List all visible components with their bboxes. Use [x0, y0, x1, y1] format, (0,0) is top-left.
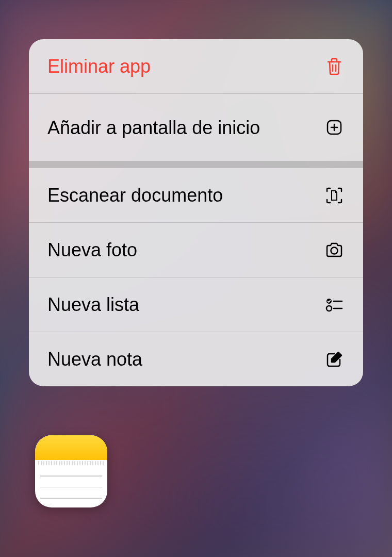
menu-item-label: Nueva lista — [47, 293, 324, 316]
checklist-icon — [324, 294, 345, 315]
plus-square-icon — [324, 117, 345, 138]
notes-icon-line — [40, 498, 102, 499]
menu-item-label: Añadir a pantalla de inicio — [47, 116, 324, 139]
trash-icon — [324, 56, 345, 77]
menu-item-label: Eliminar app — [47, 55, 324, 78]
compose-icon — [324, 349, 345, 370]
svg-point-3 — [326, 306, 332, 311]
context-menu: Eliminar app Añadir a pantalla de inicio… — [29, 39, 363, 386]
notes-icon-perforation — [38, 461, 104, 465]
menu-item-delete-app[interactable]: Eliminar app — [29, 39, 363, 93]
menu-section-divider — [29, 161, 363, 168]
menu-item-new-note[interactable]: Nueva nota — [29, 332, 363, 386]
scan-document-icon — [324, 185, 345, 206]
notes-icon-line — [40, 487, 102, 488]
menu-item-scan-document[interactable]: Escanear documento — [29, 168, 363, 222]
menu-item-label: Nueva foto — [47, 238, 324, 261]
menu-item-label: Nueva nota — [47, 348, 324, 371]
menu-item-new-list[interactable]: Nueva lista — [29, 277, 363, 332]
camera-icon — [324, 240, 345, 260]
menu-item-new-photo[interactable]: Nueva foto — [29, 223, 363, 277]
notes-icon-header — [35, 435, 107, 460]
menu-item-label: Escanear documento — [47, 184, 324, 207]
notes-app-icon[interactable] — [35, 435, 107, 507]
notes-icon-line — [40, 476, 102, 477]
menu-item-add-to-home[interactable]: Añadir a pantalla de inicio — [29, 94, 363, 161]
svg-point-1 — [331, 247, 338, 254]
